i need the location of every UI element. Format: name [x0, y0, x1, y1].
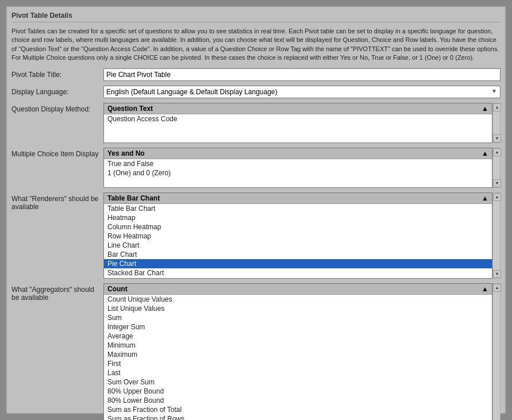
qdisp-scroll-thumb	[493, 111, 500, 134]
aggregator-item[interactable]: Integer Sum	[104, 322, 492, 332]
aggregator-item[interactable]: 80% Upper Bound	[104, 387, 492, 396]
question-display-scrollbar: ▲ ▼	[492, 103, 501, 143]
renderers-items: Table Bar ChartHeatmapColumn HeatmapRow …	[104, 204, 492, 279]
aggregator-item[interactable]: Average	[104, 332, 492, 341]
renderers-scroll-up[interactable]: ▲	[493, 193, 501, 201]
display-language-wrapper: English (Default Language & Default Disp…	[103, 86, 501, 98]
question-display-item[interactable]: Question Access Code	[104, 114, 492, 124]
display-language-label: Display Language:	[11, 86, 103, 96]
renderer-item[interactable]: Row Heatmap	[104, 232, 492, 241]
question-display-control: Question Text ▲ Question Access Code ▲ ▼	[103, 103, 501, 143]
renderer-item[interactable]: Table Bar Chart	[104, 204, 492, 213]
multiple-choice-label: Multiple Choice Item Display	[11, 148, 103, 158]
aggregators-row: What "Aggregators" should be available C…	[11, 283, 501, 420]
question-display-items: Question Access Code	[104, 114, 492, 124]
renderers-row: What "Renderers" should be available Tab…	[11, 192, 501, 279]
description-text: Pivot Tables can be created for a specif…	[11, 27, 501, 63]
renderers-scroll-up-header[interactable]: ▲	[482, 194, 488, 202]
multiple-choice-item[interactable]: True and False	[104, 159, 492, 168]
qdisp-scroll-up[interactable]: ▲	[493, 103, 501, 111]
aggregator-item[interactable]: Maximum	[104, 350, 492, 359]
multiple-choice-item[interactable]: 1 (One) and 0 (Zero)	[104, 168, 492, 178]
multiple-choice-header-label: Yes and No	[107, 149, 145, 157]
aggregators-items: Count Unique ValuesList Unique ValuesSum…	[104, 295, 492, 420]
aggregators-header: Count ▲	[104, 284, 492, 295]
multiple-choice-control: Yes and No ▲ True and False1 (One) and 0…	[103, 148, 501, 188]
mcdisp-scroll-down[interactable]: ▼	[493, 179, 501, 187]
renderer-item[interactable]: Bar Chart	[104, 250, 492, 259]
question-display-outer: Question Text ▲ Question Access Code ▲ ▼	[103, 103, 501, 143]
question-display-scroll-up[interactable]: ▲	[482, 105, 488, 113]
aggregator-item[interactable]: 80% Lower Bound	[104, 396, 492, 405]
pivot-title-row: Pivot Table Title:	[11, 68, 501, 81]
renderers-header: Table Bar Chant ▲	[104, 193, 492, 204]
renderer-item[interactable]: Stacked Column Chart	[104, 278, 492, 279]
question-display-row: Question Display Method: Question Text ▲…	[11, 103, 501, 143]
aggregators-scrollbar: ▲ ▼	[492, 283, 501, 420]
pivot-title-label: Pivot Table Title:	[11, 68, 103, 79]
multiple-choice-scroll-up[interactable]: ▲	[482, 149, 488, 157]
aggregators-listbox: Count ▲ Count Unique ValuesList Unique V…	[103, 283, 492, 420]
aggregator-item[interactable]: Sum Over Sum	[104, 377, 492, 387]
renderers-scroll-thumb	[493, 201, 500, 270]
renderers-listbox: Table Bar Chant ▲ Table Bar ChartHeatmap…	[103, 192, 492, 279]
multiple-choice-row: Multiple Choice Item Display Yes and No …	[11, 148, 501, 188]
aggregators-scroll-thumb	[493, 292, 500, 420]
question-display-header: Question Text ▲	[104, 103, 492, 114]
pivot-table-details-panel: Pivot Table Details Pivot Tables can be …	[6, 6, 506, 414]
aggregator-item[interactable]: Last	[104, 368, 492, 377]
renderers-scroll-down[interactable]: ▼	[493, 270, 501, 278]
renderers-label: What "Renderers" should be available	[11, 192, 103, 211]
aggregators-header-label: Count	[107, 285, 128, 293]
aggregator-item[interactable]: Sum as Fraction of Rows	[104, 414, 492, 420]
display-language-row: Display Language: English (Default Langu…	[11, 86, 501, 98]
renderer-item[interactable]: Line Chart	[104, 241, 492, 250]
mcdisp-scroll-thumb	[493, 156, 500, 179]
aggregators-outer: Count ▲ Count Unique ValuesList Unique V…	[103, 283, 501, 420]
renderers-control: Table Bar Chant ▲ Table Bar ChartHeatmap…	[103, 192, 501, 279]
question-display-header-label: Question Text	[107, 105, 153, 113]
multiple-choice-scrollbar: ▲ ▼	[492, 148, 501, 188]
aggregator-item[interactable]: Minimum	[104, 341, 492, 350]
question-display-label: Question Display Method:	[11, 103, 103, 113]
aggregator-item[interactable]: List Unique Values	[104, 304, 492, 313]
aggregators-label: What "Aggregators" should be available	[11, 283, 103, 302]
multiple-choice-items: True and False1 (One) and 0 (Zero)	[104, 159, 492, 178]
multiple-choice-outer: Yes and No ▲ True and False1 (One) and 0…	[103, 148, 501, 188]
renderer-item[interactable]: Stacked Bar Chart	[104, 268, 492, 278]
aggregators-scroll-up[interactable]: ▲	[493, 284, 501, 292]
aggregator-item[interactable]: Count Unique Values	[104, 295, 492, 304]
multiple-choice-header: Yes and No ▲	[104, 148, 492, 159]
pivot-title-input[interactable]	[103, 68, 501, 81]
aggregator-item[interactable]: Sum as Fraction of Total	[104, 405, 492, 414]
aggregator-item[interactable]: Sum	[104, 313, 492, 322]
renderer-item[interactable]: Pie Chart	[104, 259, 492, 268]
aggregator-item[interactable]: First	[104, 359, 492, 368]
renderer-item[interactable]: Column Heatmap	[104, 222, 492, 232]
aggregators-scroll-up-header[interactable]: ▲	[482, 285, 488, 293]
renderer-item[interactable]: Heatmap	[104, 213, 492, 222]
multiple-choice-listbox: Yes and No ▲ True and False1 (One) and 0…	[103, 148, 492, 188]
renderers-header-label: Table Bar Chant	[107, 194, 160, 202]
renderers-outer: Table Bar Chant ▲ Table Bar ChartHeatmap…	[103, 192, 501, 279]
question-display-listbox: Question Text ▲ Question Access Code	[103, 103, 492, 143]
pivot-title-control	[103, 68, 501, 81]
display-language-control: English (Default Language & Default Disp…	[103, 86, 501, 98]
aggregators-control: Count ▲ Count Unique ValuesList Unique V…	[103, 283, 501, 420]
display-language-select[interactable]: English (Default Language & Default Disp…	[103, 86, 501, 98]
renderers-scrollbar: ▲ ▼	[492, 192, 501, 279]
qdisp-scroll-down[interactable]: ▼	[493, 134, 501, 142]
mcdisp-scroll-up[interactable]: ▲	[493, 148, 501, 156]
panel-title: Pivot Table Details	[11, 11, 501, 22]
